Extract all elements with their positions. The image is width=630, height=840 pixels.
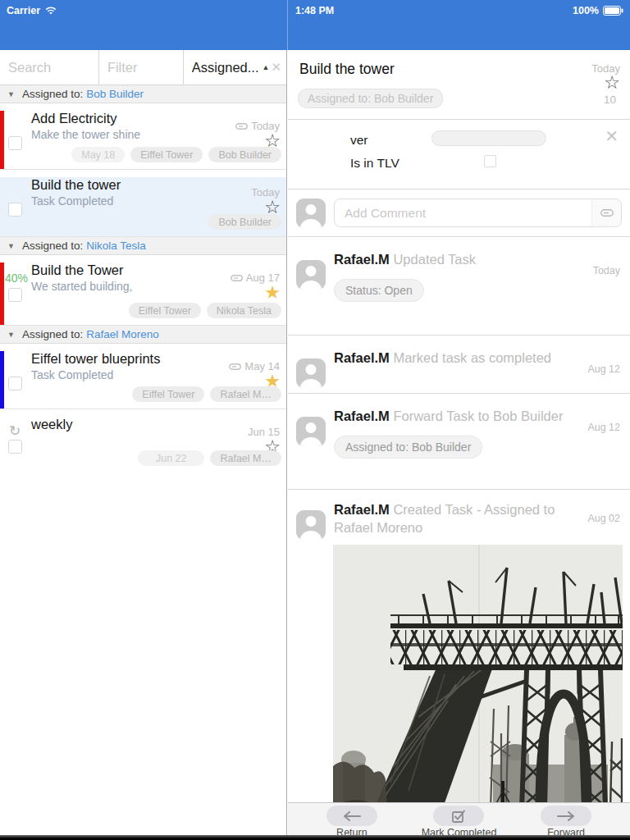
battery-percent: 100%: [573, 5, 599, 16]
priority-color-bar: [0, 111, 4, 169]
task-row-add-electricity[interactable]: Add Electricity Make the tower shine Tod…: [0, 111, 286, 170]
detail-title: Build the tower: [299, 61, 395, 78]
task-row-build-the-tower-selected[interactable]: Build the tower Task Completed Today ☆ B…: [0, 177, 286, 237]
tag-pill[interactable]: Bob Builder: [208, 147, 281, 162]
collapse-icon[interactable]: ▼: [7, 331, 15, 339]
detail-star-count: 10: [604, 94, 616, 106]
attachment-icon: [229, 363, 241, 370]
sort-control[interactable]: Assigned... ▲ ✕: [184, 50, 286, 84]
filter-input[interactable]: [107, 60, 175, 75]
check-box-icon: [452, 810, 466, 823]
progress-percent: 40%: [5, 272, 28, 285]
task-subtitle: Task Completed: [31, 194, 221, 208]
group-prefix: Assigned to:: [22, 328, 83, 340]
attachment-icon: [231, 275, 243, 281]
is-in-tlv-checkbox[interactable]: [484, 155, 496, 167]
feed-action: Marked task as completed: [393, 350, 551, 365]
bottom-edge-bar: [0, 835, 630, 840]
battery-icon: [603, 6, 623, 16]
assigned-to-pill[interactable]: Assigned to: Bob Builder: [298, 89, 443, 108]
status-pill: Status: Open: [334, 279, 424, 302]
star-icon-filled[interactable]: ★: [264, 284, 281, 302]
close-form-icon[interactable]: ✕: [605, 126, 619, 146]
collapse-icon[interactable]: ▼: [7, 242, 15, 250]
tag-pill[interactable]: Rafael M…: [210, 450, 281, 466]
tag-pill[interactable]: Nikola Tesla: [207, 303, 281, 318]
ver-input[interactable]: [431, 130, 546, 146]
avatar: [296, 199, 326, 228]
group-assignee-link[interactable]: Rafael Moreno: [86, 328, 159, 340]
detail-action-toolbar: Return Mark Completed Forward: [288, 802, 630, 835]
return-button[interactable]: Return: [326, 806, 377, 838]
task-title: weekly: [31, 417, 221, 432]
task-checkbox[interactable]: [8, 136, 22, 150]
tag-pill[interactable]: Bob Builder: [208, 214, 281, 230]
comment-attach-button[interactable]: [591, 199, 621, 226]
add-comment-row: [288, 189, 630, 237]
assigned-pill: Assigned to: Bob Builder: [334, 436, 482, 459]
feed-item-created[interactable]: Rafael.M Created Task - Assigned to Rafa…: [288, 500, 630, 840]
detail-star-icon[interactable]: ☆: [604, 74, 620, 92]
task-title: Build the tower: [31, 177, 221, 193]
task-title: Add Electricity: [31, 111, 221, 126]
task-row-build-the-tower-tesla[interactable]: 40% Build the Tower We started building,…: [0, 262, 286, 326]
task-title: Build the Tower: [31, 262, 221, 278]
sort-label: Assigned...: [192, 60, 259, 75]
task-row-eiffel-tower-blueprints[interactable]: Eiffel tower blueprints Task Completed M…: [0, 351, 286, 409]
task-subtitle: Task Completed: [31, 368, 221, 381]
custom-fields-form: ✕ ver Is in TLV: [288, 120, 630, 189]
priority-color-bar: [0, 351, 4, 409]
task-checkbox[interactable]: [8, 203, 22, 217]
tag-pill[interactable]: Eiffel Tower: [130, 147, 203, 162]
feed-action: Forward Task to Bob Builder: [393, 409, 563, 423]
task-subtitle: Make the tower shine: [31, 128, 221, 141]
sort-ascending-icon[interactable]: ▲: [262, 63, 270, 71]
group-header-nikola-tesla[interactable]: ▼ Assigned to: Nikola Tesla: [0, 237, 286, 255]
tag-pill[interactable]: May 18: [71, 147, 125, 162]
task-title: Eiffel tower blueprints: [31, 351, 221, 367]
feed-item-forwarded[interactable]: Rafael.M Forward Task to Bob Builder Aug…: [288, 407, 630, 490]
feed-author: Rafael.M: [334, 252, 390, 267]
tag-pill[interactable]: Jun 22: [138, 450, 205, 466]
feed-item-marked-completed[interactable]: Rafael.M Marked task as completed Aug 12: [288, 349, 630, 394]
group-header-rafael-moreno[interactable]: ▼ Assigned to: Rafael Moreno: [0, 326, 286, 344]
task-list-panel: Assigned... ▲ ✕ ▼ Assigned to: Bob Build…: [0, 50, 287, 835]
forward-button[interactable]: Forward: [541, 806, 591, 838]
task-row-weekly[interactable]: ↻ weekly Jun 15 ☆ Jun 22 Rafael M…: [0, 417, 286, 472]
task-checkbox[interactable]: [8, 377, 22, 390]
feed-date: Aug 12: [587, 422, 620, 433]
group-header-bob-builder[interactable]: ▼ Assigned to: Bob Builder: [0, 85, 286, 103]
feed-item-updated[interactable]: Rafael.M Updated Task Today Status: Open: [288, 250, 630, 336]
arrow-right-icon: [556, 811, 576, 821]
comment-input[interactable]: [335, 206, 591, 221]
field-label-ver: ver: [350, 133, 368, 148]
feed-author: Rafael.M: [334, 350, 390, 365]
panel-divider: [287, 0, 288, 50]
list-toolbar: Assigned... ▲ ✕: [0, 50, 286, 85]
attachment-icon: [600, 209, 614, 217]
tag-pill[interactable]: Rafael M…: [210, 386, 281, 402]
group-assignee-link[interactable]: Bob Builder: [86, 88, 144, 100]
avatar: [296, 358, 326, 388]
feed-author: Rafael.M: [334, 502, 390, 517]
feed-author: Rafael.M: [334, 409, 390, 423]
arrow-left-icon: [342, 811, 362, 821]
tag-pill[interactable]: Eiffel Tower: [132, 386, 204, 402]
task-checkbox[interactable]: [8, 440, 22, 454]
avatar: [296, 510, 326, 540]
task-checkbox[interactable]: [8, 288, 22, 302]
attachment-icon: [235, 123, 248, 130]
search-input[interactable]: [8, 60, 90, 75]
field-label-is-in-tlv: Is in TLV: [350, 156, 399, 171]
sort-clear-icon[interactable]: ✕: [271, 60, 281, 75]
task-detail-panel: Build the tower Today ☆ 10 Assigned to: …: [288, 50, 630, 835]
group-prefix: Assigned to:: [22, 88, 83, 100]
carrier-label: Carrier: [7, 5, 40, 16]
collapse-icon[interactable]: ▼: [7, 90, 15, 98]
avatar: [296, 260, 326, 290]
attachment-photo-eiffel-construction[interactable]: 31 Mars 86: [333, 545, 623, 840]
group-assignee-link[interactable]: Nikola Tesla: [86, 240, 146, 252]
mark-completed-button[interactable]: Mark Completed: [422, 806, 497, 838]
wifi-icon: [44, 6, 57, 16]
tag-pill[interactable]: Eiffel Tower: [129, 303, 201, 318]
